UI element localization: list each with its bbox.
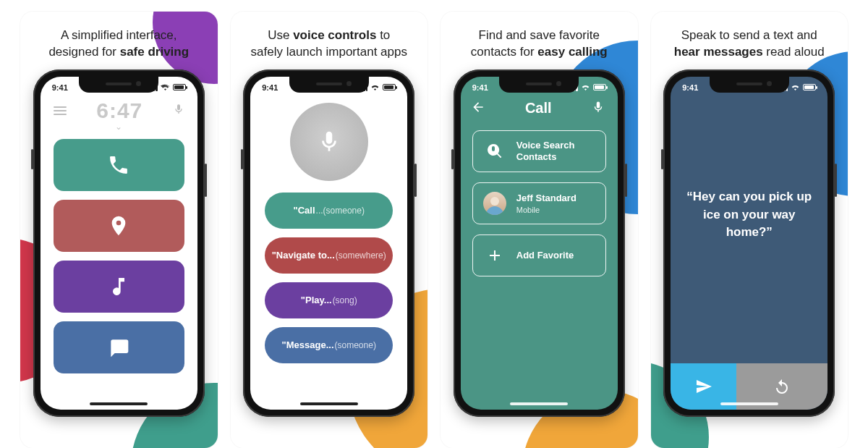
mic-icon[interactable] [592,101,605,117]
phone-notch [79,77,158,93]
menu-icon[interactable] [54,106,67,115]
panel-hear-messages: Speak to send a text and hear messages r… [651,12,848,448]
card-label: Add Favorite [516,250,574,261]
battery-icon [173,84,186,90]
send-icon [695,378,712,395]
caption-text: read aloud [763,45,825,59]
screen-title: Call [525,100,552,117]
call-tile[interactable] [54,139,184,191]
status-time: 9:41 [682,83,698,92]
pill-hint: (someone) [335,340,376,350]
wifi-icon [581,83,590,92]
pill-hint: (somewhere) [336,250,386,261]
phone-mockup: 9:41 "Call...(someone) "Navigate to [243,69,414,417]
caption-text: Speak to send a text and [681,28,817,42]
battery-icon [803,84,816,90]
status-time: 9:41 [472,83,488,92]
search-mic-icon [483,140,506,163]
pill-quote: "Call [294,205,315,216]
card-line1: Voice Search [516,140,575,151]
phone-mockup: 9:41 “Hey can you pick up ice on your wa… [663,69,835,417]
panel-caption: A simplified interface, designed for saf… [35,12,202,67]
status-time: 9:41 [52,83,68,92]
voice-example-call[interactable]: "Call...(someone) [265,193,393,229]
message-tile[interactable] [54,321,184,373]
voice-search-contacts-card[interactable]: Voice Search Contacts [472,130,606,172]
status-time: 9:41 [262,83,278,92]
app-clock: 6:47 [96,98,142,123]
panel-simplified-interface: A simplified interface, designed for saf… [20,12,218,448]
card-line2: Contacts [516,151,575,163]
message-icon [107,336,130,359]
wifi-icon [370,83,380,92]
dictated-message: “Hey can you pick up ice on your way hom… [671,188,827,242]
wifi-icon [791,83,800,92]
panel-voice-controls: Use voice controls to safely launch impo… [231,12,428,448]
mic-icon[interactable] [173,103,184,118]
caption-bold: voice controls [293,28,376,42]
music-note-icon [107,275,130,298]
pill-quote: "Message... [282,339,334,350]
caption-bold: easy calling [537,45,607,59]
voice-example-play[interactable]: "Play...(song) [265,282,393,318]
pill-quote: "Play... [301,295,332,305]
wifi-icon [161,83,170,92]
phone-notch [710,77,789,93]
home-indicator [90,402,148,405]
panel-easy-calling: Find and save favorite contacts for easy… [441,12,638,448]
add-favorite-card[interactable]: Add Favorite [472,234,606,276]
back-arrow-icon[interactable] [471,100,485,117]
contact-name: Jeff Standard [516,193,576,204]
panel-caption: Find and save favorite contacts for easy… [458,12,621,67]
phone-mockup: 9:41 Call [454,69,625,417]
home-indicator [510,402,568,405]
pill-quote: "Navigate to... [272,250,335,261]
location-pin-icon [107,214,130,237]
phone-icon [107,153,130,177]
battery-icon [593,84,606,90]
caption-bold: hear messages [674,45,763,59]
pill-hint: ...(someone) [316,206,365,216]
voice-example-navigate[interactable]: "Navigate to...(somewhere) [265,237,393,274]
voice-example-message[interactable]: "Message...(someone) [265,327,393,363]
music-tile[interactable] [54,261,184,313]
voice-listen-button[interactable] [290,103,368,181]
caption-bold: safe driving [120,45,189,59]
redo-icon [773,378,791,395]
phone-mockup: 9:41 6:47 ⌄ [33,69,205,417]
phone-notch [289,77,369,93]
panel-caption: Use voice controls to safely launch impo… [238,12,420,67]
phone-notch [499,77,579,93]
home-indicator [300,402,358,405]
battery-icon [383,84,396,90]
mic-icon [317,130,341,154]
avatar [483,192,506,215]
home-indicator [720,402,778,405]
pill-hint: (song) [333,295,357,305]
plus-icon [483,244,506,267]
navigate-tile[interactable] [54,200,184,252]
favorite-contact-card[interactable]: Jeff Standard Mobile [472,182,606,224]
chevron-down-icon[interactable]: ⌄ [41,122,197,132]
panel-caption: Speak to send a text and hear messages r… [661,12,838,67]
caption-text: Use [268,28,293,42]
contact-label: Mobile [516,206,576,214]
